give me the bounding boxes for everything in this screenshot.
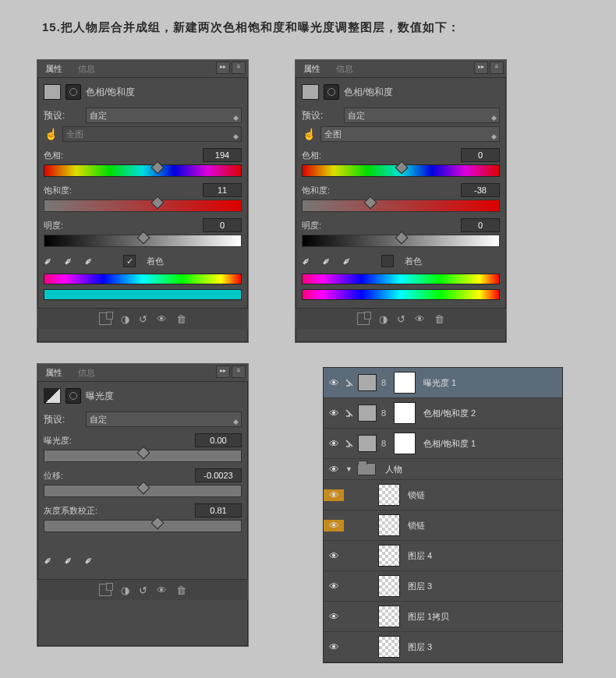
visibility-icon[interactable]: 👁 [324,581,344,592]
eyedropper-add-icon[interactable]: ✒ [61,253,76,269]
light-value[interactable]: 0 [461,218,500,232]
tab-info[interactable]: 信息 [328,60,361,77]
clip-to-layer-icon[interactable] [99,313,112,325]
eyedropper-icon[interactable]: ✒ [299,253,314,269]
layer-name[interactable]: 锁链 [408,520,425,531]
sat-slider[interactable] [302,200,500,212]
layer-name[interactable]: 图层 3 [408,581,432,592]
sat-slider[interactable] [44,200,242,212]
eyedropper-icon[interactable]: ✒ [41,253,56,269]
hue-slider[interactable] [44,164,242,177]
colorize-checkbox[interactable] [381,255,394,267]
mask-thumb[interactable] [394,372,416,394]
layer-name[interactable]: 图层 3 [408,641,432,653]
hue-value[interactable]: 194 [203,148,242,162]
offset-value[interactable]: -0.0023 [195,468,242,482]
layer-row[interactable]: 👁锁链 [324,510,562,541]
layer-name[interactable]: 色相/饱和度 1 [423,438,476,450]
mask-thumb[interactable] [394,433,416,454]
layer-name[interactable]: 图层 4 [408,550,432,562]
layer-thumb[interactable] [378,575,400,597]
range-select[interactable]: 全图◆ [320,126,500,142]
layer-row[interactable]: 👁图层 1拷贝 [324,602,562,632]
link-icon[interactable]: 8 [377,408,391,418]
layer-name[interactable]: 色相/饱和度 2 [423,408,476,419]
layer-name[interactable]: 锁链 [408,489,425,501]
visibility-icon[interactable]: 👁 [324,489,344,501]
layer-name[interactable]: 曝光度 1 [423,377,456,389]
link-icon[interactable]: 8 [377,439,391,448]
trash-icon[interactable]: 🗑 [176,584,186,596]
light-slider[interactable] [302,235,500,247]
tab-menu-icon[interactable]: ≡ [232,365,246,378]
visibility-icon[interactable]: 👁 [324,408,344,419]
layer-row[interactable]: 👁图层 3 [324,571,562,602]
link-icon[interactable]: 8 [377,378,391,387]
reset-icon[interactable]: ↺ [397,313,405,325]
reset-icon[interactable]: ↺ [139,313,147,325]
visibility-icon[interactable]: 👁 [157,313,167,325]
visibility-icon[interactable]: 👁 [324,464,344,475]
clip-to-layer-icon[interactable] [357,313,370,325]
hand-scrubby-icon[interactable]: ☝ [44,127,58,141]
range-select[interactable]: 全图◆ [62,126,242,142]
tab-properties[interactable]: 属性 [37,364,70,381]
tab-menu-icon[interactable]: ≡ [232,62,246,74]
view-previous-icon[interactable]: ◑ [121,313,129,325]
layer-row[interactable]: 👁8曝光度 1 [324,368,562,398]
layer-row[interactable]: 👁图层 4 [324,541,562,571]
tab-properties[interactable]: 属性 [37,60,70,77]
layer-row[interactable]: 👁锁链 [324,480,562,510]
reset-icon[interactable]: ↺ [139,584,147,596]
layer-thumb[interactable] [378,514,400,536]
visibility-icon[interactable]: 👁 [415,313,425,325]
visibility-icon[interactable]: 👁 [324,438,344,450]
hue-value[interactable]: 0 [461,148,500,162]
tab-expand-icon[interactable]: ▸▸ [474,62,488,74]
gamma-value[interactable]: 0.81 [195,503,242,517]
eyedropper-black-icon[interactable]: ✒ [41,553,56,568]
eyedropper-sub-icon[interactable]: ✒ [339,253,355,269]
visibility-icon[interactable]: 👁 [324,550,344,562]
disclosure-icon[interactable]: ▼ [345,465,352,473]
eyedropper-add-icon[interactable]: ✒ [319,253,335,269]
hue-slider[interactable] [302,164,500,177]
hand-scrubby-icon[interactable]: ☝ [302,127,316,141]
offset-slider[interactable] [44,485,242,497]
exposure-slider[interactable] [44,450,242,462]
mask-thumb[interactable] [394,402,416,424]
visibility-icon[interactable]: 👁 [324,641,344,653]
tab-expand-icon[interactable]: ▸▸ [216,62,230,74]
trash-icon[interactable]: 🗑 [176,313,186,325]
visibility-icon[interactable]: 👁 [324,611,344,623]
light-value[interactable]: 0 [203,218,242,232]
preset-select[interactable]: 自定◆ [344,108,500,123]
tab-info[interactable]: 信息 [70,60,103,77]
layer-name[interactable]: 图层 1拷贝 [408,611,449,623]
tab-info[interactable]: 信息 [70,364,103,381]
sat-value[interactable]: 11 [203,183,242,197]
layer-row[interactable]: 👁图层 3 [324,632,562,662]
sat-value[interactable]: -38 [461,183,500,197]
preset-select[interactable]: 自定◆ [86,411,242,427]
visibility-icon[interactable]: 👁 [324,377,344,389]
layer-thumb[interactable] [378,484,400,506]
tab-expand-icon[interactable]: ▸▸ [216,365,230,378]
colorize-checkbox[interactable] [123,255,136,267]
layer-row[interactable]: 👁▼人物 [324,459,562,480]
layer-row[interactable]: 👁8色相/饱和度 1 [324,429,562,459]
exposure-value[interactable]: 0.00 [195,433,242,447]
layer-name[interactable]: 人物 [385,464,402,475]
visibility-icon[interactable]: 👁 [157,584,167,596]
eyedropper-sub-icon[interactable]: ✒ [81,253,97,269]
eyedropper-gray-icon[interactable]: ✒ [61,553,76,568]
clip-to-layer-icon[interactable] [99,584,112,596]
tab-menu-icon[interactable]: ≡ [490,62,504,74]
tab-properties[interactable]: 属性 [296,60,328,77]
light-slider[interactable] [44,235,242,247]
eyedropper-white-icon[interactable]: ✒ [81,553,97,568]
preset-select[interactable]: 自定◆ [86,108,242,123]
layer-thumb[interactable] [378,636,400,658]
layer-thumb[interactable] [378,606,400,627]
view-previous-icon[interactable]: ◑ [121,584,129,596]
